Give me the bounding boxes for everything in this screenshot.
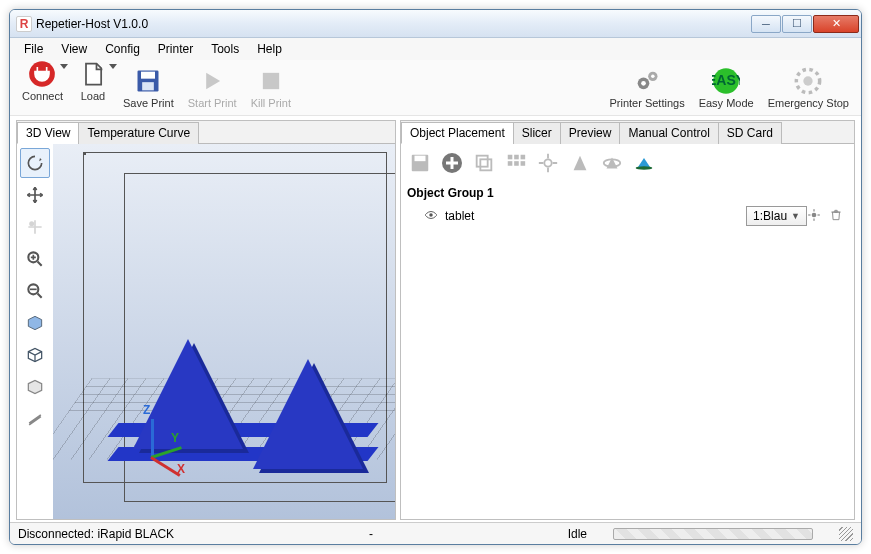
tab-sd-card[interactable]: SD Card <box>718 122 782 144</box>
svg-point-30 <box>429 213 433 217</box>
svg-rect-22 <box>514 155 519 160</box>
axis-gizmo: Z Y X <box>123 409 193 479</box>
minimize-button[interactable]: ─ <box>751 15 781 33</box>
emergency-stop-button[interactable]: Emergency Stop <box>764 65 853 111</box>
easy-icon: EASY <box>712 67 740 95</box>
arrange-grid-button[interactable] <box>503 150 529 176</box>
zoom-fit-button[interactable] <box>20 276 50 306</box>
menu-tools[interactable]: Tools <box>203 40 247 58</box>
play-icon <box>198 67 226 95</box>
svg-rect-2 <box>141 72 155 79</box>
parallel-view-button[interactable] <box>20 404 50 434</box>
stop-icon <box>257 67 285 95</box>
move-object-button[interactable] <box>20 212 50 242</box>
tab-slicer[interactable]: Slicer <box>513 122 561 144</box>
svg-point-29 <box>636 166 653 169</box>
center-object-button[interactable] <box>535 150 561 176</box>
progress-bar <box>613 528 813 540</box>
svg-point-13 <box>29 221 34 226</box>
close-button[interactable]: ✕ <box>813 15 859 33</box>
svg-rect-23 <box>521 155 526 160</box>
kill-print-button[interactable]: Kill Print <box>247 65 295 111</box>
right-tabs: Object Placement Slicer Preview Manual C… <box>401 121 854 144</box>
eye-icon[interactable] <box>423 208 439 225</box>
menu-printer[interactable]: Printer <box>150 40 201 58</box>
menu-bar: File View Config Printer Tools Help <box>10 38 861 60</box>
status-bar: Disconnected: iRapid BLACK - Idle <box>10 522 861 544</box>
svg-rect-33 <box>813 218 814 220</box>
resize-grip[interactable] <box>839 527 853 541</box>
menu-file[interactable]: File <box>16 40 51 58</box>
add-object-button[interactable] <box>439 150 465 176</box>
printer-state: Idle <box>568 527 587 541</box>
svg-text:EASY: EASY <box>712 72 740 88</box>
menu-help[interactable]: Help <box>249 40 290 58</box>
scale-object-button[interactable] <box>567 150 593 176</box>
svg-point-31 <box>812 212 817 217</box>
svg-rect-35 <box>818 214 820 215</box>
object-row[interactable]: tablet 1:Blau ▼ <box>407 202 848 230</box>
status-center: - <box>369 527 373 541</box>
easy-mode-button[interactable]: EASY Easy Mode <box>695 65 758 111</box>
right-panel: Object Placement Slicer Preview Manual C… <box>400 120 855 520</box>
app-window: R Repetier-Host V1.0.0 ─ ☐ ✕ File View C… <box>9 9 862 545</box>
window-title: Repetier-Host V1.0.0 <box>36 17 751 31</box>
start-print-button[interactable]: Start Print <box>184 65 241 111</box>
extruder-select[interactable]: 1:Blau <box>746 206 807 226</box>
menu-view[interactable]: View <box>53 40 95 58</box>
perspective-1-button[interactable] <box>20 308 50 338</box>
gear-icon[interactable] <box>806 208 822 225</box>
perspective-3-button[interactable] <box>20 372 50 402</box>
svg-point-27 <box>544 159 551 166</box>
svg-point-8 <box>651 75 655 79</box>
svg-rect-34 <box>808 214 810 215</box>
printer-settings-button[interactable]: Printer Settings <box>605 65 688 111</box>
connection-status: Disconnected: iRapid BLACK <box>18 527 174 541</box>
save-print-button[interactable]: Save Print <box>119 65 178 111</box>
save-object-button[interactable] <box>407 150 433 176</box>
svg-rect-24 <box>508 161 513 166</box>
tab-temperature-curve[interactable]: Temperature Curve <box>78 122 199 144</box>
svg-rect-26 <box>521 161 526 166</box>
tab-preview[interactable]: Preview <box>560 122 621 144</box>
svg-rect-21 <box>508 155 513 160</box>
perspective-2-button[interactable] <box>20 340 50 370</box>
save-icon <box>134 67 162 95</box>
trash-icon[interactable] <box>828 208 844 225</box>
tab-manual-control[interactable]: Manual Control <box>619 122 718 144</box>
emergency-icon <box>794 67 822 95</box>
svg-rect-19 <box>477 156 488 167</box>
main-toolbar: Connect Load Save Print Start Print Kill… <box>10 60 861 116</box>
move-view-button[interactable] <box>20 180 50 210</box>
3d-viewport[interactable]: Z Y X <box>53 144 395 519</box>
left-panel: 3D View Temperature Curve <box>16 120 396 520</box>
copy-object-button[interactable] <box>471 150 497 176</box>
object-toolbar <box>407 148 848 182</box>
dropdown-icon <box>109 64 117 69</box>
plug-icon <box>28 60 56 88</box>
svg-rect-25 <box>514 161 519 166</box>
dropdown-icon <box>60 64 68 69</box>
left-tabs: 3D View Temperature Curve <box>17 121 395 144</box>
svg-rect-3 <box>143 82 155 90</box>
svg-point-6 <box>641 81 646 86</box>
app-icon: R <box>16 16 32 32</box>
svg-point-12 <box>804 76 813 85</box>
rotate-view-button[interactable] <box>20 148 50 178</box>
gears-icon <box>633 67 661 95</box>
view-toolbar <box>17 144 53 519</box>
menu-config[interactable]: Config <box>97 40 148 58</box>
connect-button[interactable]: Connect <box>18 58 67 111</box>
titlebar[interactable]: R Repetier-Host V1.0.0 ─ ☐ ✕ <box>10 10 861 38</box>
document-icon <box>79 60 107 88</box>
object-name: tablet <box>445 209 740 223</box>
rotate-object-button[interactable] <box>599 150 625 176</box>
svg-rect-32 <box>813 209 814 211</box>
svg-rect-17 <box>415 156 426 162</box>
view-object-button[interactable] <box>631 150 657 176</box>
tab-object-placement[interactable]: Object Placement <box>401 122 514 144</box>
maximize-button[interactable]: ☐ <box>782 15 812 33</box>
tab-3d-view[interactable]: 3D View <box>17 122 79 144</box>
load-button[interactable]: Load <box>73 58 113 111</box>
zoom-button[interactable] <box>20 244 50 274</box>
